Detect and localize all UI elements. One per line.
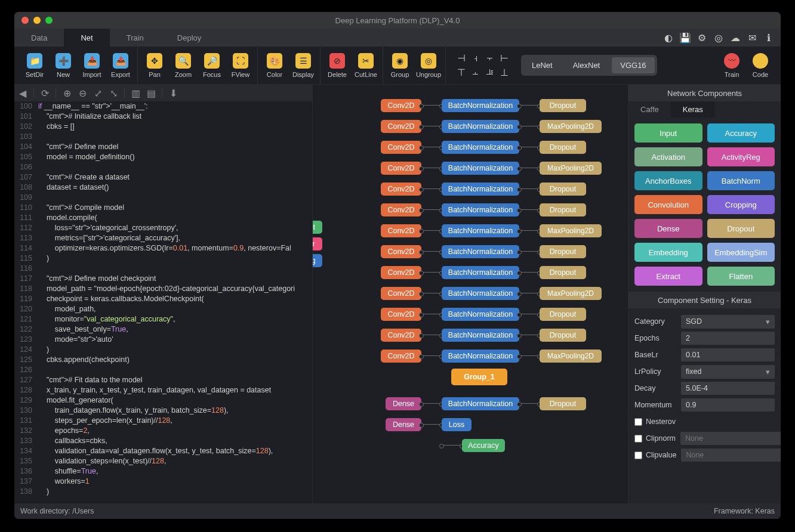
node-dropout[interactable]: Dropout [540, 329, 586, 342]
node-maxpooling2d[interactable]: MaxPooling2D [540, 287, 602, 300]
node-optimizer[interactable]: Optimizer [313, 237, 322, 250]
toolbar-fview-button[interactable]: ⛶FView [227, 53, 254, 78]
node-batchnormalization[interactable]: BatchNormalization [442, 397, 519, 410]
component-embedding[interactable]: Embedding [634, 243, 702, 262]
zoom-icon[interactable] [45, 17, 53, 24]
expand-icon[interactable]: ⤢ [93, 88, 103, 98]
node-batchnormalization[interactable]: BatchNormalization [442, 99, 519, 112]
toolbar-zoom-button[interactable]: 🔍Zoom [170, 53, 196, 78]
node-group[interactable]: Group_1 [451, 369, 507, 385]
node-conv2d[interactable]: Conv2D [381, 308, 421, 321]
node-batchnormalization[interactable]: BatchNormalization [442, 287, 519, 300]
toolbar-delete-button[interactable]: ⊘Delete [324, 53, 350, 78]
node-dropout[interactable]: Dropout [540, 266, 586, 279]
download-icon[interactable]: ⬇ [168, 88, 178, 98]
toolbar-color-button[interactable]: 🎨Color [261, 53, 288, 78]
component-activityreg[interactable]: ActivityReg [707, 147, 775, 166]
node-dense[interactable]: Dense [386, 397, 421, 410]
node-conv2d[interactable]: Conv2D [381, 349, 421, 363]
menu-tab-deploy[interactable]: Deploy [161, 29, 218, 47]
node-batchnormalization[interactable]: BatchNormalization [442, 329, 519, 342]
compass-icon[interactable]: ◎ [713, 32, 725, 44]
settings-icon[interactable]: ⚙ [696, 32, 708, 44]
component-anchorboxes[interactable]: AnchorBoxes [634, 171, 702, 190]
node-batchnormalization[interactable]: BatchNormalization [442, 266, 519, 279]
components-tab-caffe[interactable]: Caffe [628, 101, 671, 117]
component-dense[interactable]: Dense [634, 219, 702, 238]
setting-clipvalue[interactable] [634, 451, 642, 459]
component-embeddingsim[interactable]: EmbeddingSim [707, 243, 775, 262]
component-batchnorm[interactable]: BatchNorm [707, 171, 775, 190]
node-dropout[interactable]: Dropout [540, 397, 586, 410]
toolbar-focus-button[interactable]: 🔎Focus [199, 53, 225, 78]
zoom-in-icon[interactable]: ⊕ [62, 88, 72, 98]
setting-clipvalue-input[interactable] [681, 449, 781, 462]
node-netconfig[interactable]: NetConfig [313, 254, 322, 267]
node-input[interactable]: Input [313, 221, 322, 234]
setting-decay[interactable]: 5.0E-4 [681, 382, 775, 395]
component-convolution[interactable]: Convolution [634, 195, 702, 214]
toolbar-import-button[interactable]: 📥Import [79, 53, 105, 78]
node-conv2d[interactable]: Conv2D [381, 203, 421, 216]
code-body[interactable]: if __name__ == "str">'__main__': "cmt">#… [38, 101, 312, 503]
node-conv2d[interactable]: Conv2D [381, 287, 421, 300]
component-dropout[interactable]: Dropout [707, 219, 775, 238]
setting-momentum[interactable]: 0.9 [681, 398, 775, 412]
node-batchnormalization[interactable]: BatchNormalization [442, 162, 519, 175]
toolbar-group-button[interactable]: ◉Group [387, 53, 413, 78]
split-h-icon[interactable]: ▤ [146, 88, 156, 98]
mail-icon[interactable]: ✉ [746, 32, 758, 44]
chat-icon[interactable]: ☁ [729, 32, 741, 44]
node-dropout[interactable]: Dropout [540, 308, 586, 321]
toolbar-pan-button[interactable]: ✥Pan [141, 53, 168, 78]
node-dropout[interactable]: Dropout [540, 203, 586, 216]
toolbar-ungroup-button[interactable]: ◎Ungroup [415, 53, 442, 78]
menu-tab-train[interactable]: Train [110, 29, 161, 47]
node-conv2d[interactable]: Conv2D [381, 245, 421, 258]
node-conv2d[interactable]: Conv2D [381, 120, 421, 133]
node-maxpooling2d[interactable]: MaxPooling2D [540, 162, 602, 175]
node-accuracy[interactable]: Accuracy [462, 439, 505, 452]
node-loss[interactable]: Loss [442, 418, 472, 431]
node-conv2d[interactable]: Conv2D [381, 329, 421, 342]
setting-baselr[interactable]: 0.01 [681, 348, 775, 361]
preset-alexnet[interactable]: AlexNet [565, 57, 609, 73]
node-batchnormalization[interactable]: BatchNormalization [442, 203, 519, 216]
toolbar-new-button[interactable]: ➕New [50, 53, 76, 78]
toolbar-code-button[interactable]: Code [747, 53, 774, 78]
component-activation[interactable]: Activation [634, 147, 702, 166]
toolbar-display-button[interactable]: ☰Display [290, 53, 316, 78]
component-flatten[interactable]: Flatten [707, 267, 775, 286]
node-batchnormalization[interactable]: BatchNormalization [442, 183, 519, 196]
preset-vgg16[interactable]: VGG16 [612, 57, 654, 73]
component-accuracy[interactable]: Accuracy [707, 123, 775, 143]
node-batchnormalization[interactable]: BatchNormalization [442, 224, 519, 237]
node-maxpooling2d[interactable]: MaxPooling2D [540, 224, 602, 237]
collapse-icon[interactable]: ⤡ [109, 88, 118, 98]
network-canvas[interactable]: Conv2DBatchNormalizationDropoutConv2DBat… [313, 85, 628, 503]
components-tab-keras[interactable]: Keras [671, 101, 715, 117]
setting-category[interactable]: SGD [681, 315, 775, 329]
align-tools[interactable]: ⊣⫞⫟⊢ ⊤⫠⫡⊥ [455, 52, 510, 79]
save-icon[interactable]: 💾 [679, 32, 691, 44]
node-conv2d[interactable]: Conv2D [381, 266, 421, 279]
setting-clipnorm-input[interactable] [680, 432, 781, 445]
back-icon[interactable]: ◀ [18, 88, 27, 98]
refresh-icon[interactable]: ⟳ [40, 88, 50, 98]
toolbar-setdir-button[interactable]: 📁SetDir [21, 53, 48, 78]
node-dropout[interactable]: Dropout [540, 245, 586, 258]
node-dense[interactable]: Dense [386, 418, 421, 431]
node-conv2d[interactable]: Conv2D [381, 183, 421, 196]
node-batchnormalization[interactable]: BatchNormalization [442, 141, 519, 154]
node-conv2d[interactable]: Conv2D [381, 162, 421, 175]
node-dropout[interactable]: Dropout [540, 183, 586, 196]
minimize-icon[interactable] [33, 17, 41, 24]
setting-clipnorm[interactable] [634, 435, 642, 443]
node-conv2d[interactable]: Conv2D [381, 99, 421, 112]
toolbar-train-button[interactable]: 〰Train [719, 53, 745, 78]
node-dropout[interactable]: Dropout [540, 99, 586, 112]
toolbar-cutline-button[interactable]: ✂CutLine [353, 53, 379, 78]
component-cropping[interactable]: Cropping [707, 195, 775, 214]
theme-icon[interactable]: ◐ [662, 32, 674, 44]
zoom-out-icon[interactable]: ⊖ [78, 88, 87, 98]
